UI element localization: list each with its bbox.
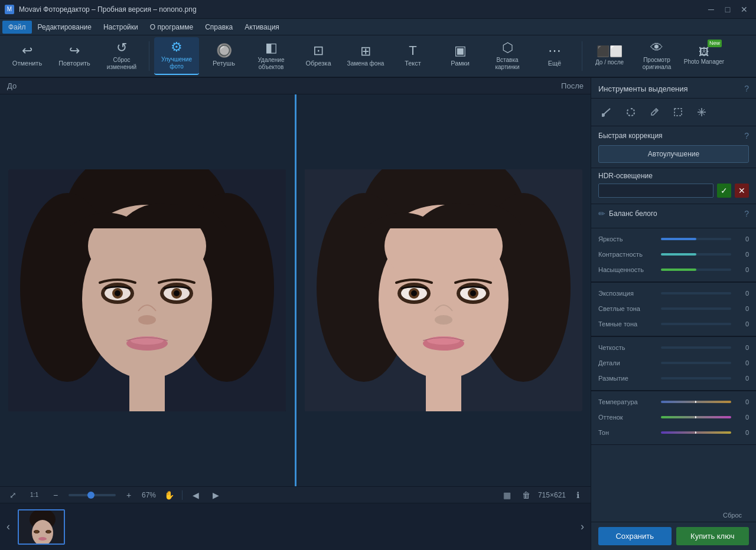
before-label: До bbox=[7, 81, 17, 90]
enhance-button[interactable]: ⚙ Улучшение фото bbox=[154, 37, 199, 75]
tone-track[interactable] bbox=[661, 431, 731, 434]
menubar: Файл Редактирование Настройки О программ… bbox=[0, 19, 756, 35]
saturation-slider-row: Насыщенность 0 bbox=[598, 263, 749, 277]
wb-help[interactable]: ? bbox=[744, 209, 749, 218]
brightness-track[interactable] bbox=[661, 238, 731, 240]
redo-button[interactable]: ↪ Повторить bbox=[52, 37, 97, 75]
temperature-track[interactable] bbox=[661, 401, 731, 403]
tint-value: 0 bbox=[735, 414, 749, 421]
app: M Movavi Фоторедактор – Пробная версия –… bbox=[0, 0, 756, 550]
frames-button[interactable]: ▣ Рамки bbox=[438, 37, 483, 75]
preview-button[interactable]: 👁 Просмотр оригинала bbox=[634, 37, 679, 75]
details-track[interactable] bbox=[661, 362, 731, 364]
delete-button[interactable]: 🗑 bbox=[519, 488, 533, 502]
contrast-label: Контрастность bbox=[598, 251, 657, 258]
menu-about[interactable]: О программе bbox=[144, 21, 199, 34]
details-value: 0 bbox=[735, 359, 749, 366]
prev-image-button[interactable]: ◀ bbox=[188, 488, 203, 502]
exposure-track[interactable] bbox=[661, 292, 731, 294]
eyedropper-tool[interactable] bbox=[644, 103, 664, 121]
detail-sliders-section: Четкость 0 Детали 0 Размытие bbox=[591, 336, 756, 391]
undo-button[interactable]: ↩ Отменить bbox=[5, 37, 50, 75]
highlights-track[interactable] bbox=[661, 307, 731, 310]
exposure-sliders-section: Экспозиция 0 Светлые тона 0 Темные тона bbox=[591, 282, 756, 336]
replace-bg-button[interactable]: ⊞ Замена фона bbox=[343, 37, 388, 75]
shadows-track[interactable] bbox=[661, 323, 731, 325]
close-button[interactable]: ✕ bbox=[737, 4, 751, 15]
hand-tool-button[interactable]: ✋ bbox=[162, 488, 176, 502]
thumb-next-button[interactable]: › bbox=[576, 509, 588, 545]
enhance-icon: ⚙ bbox=[171, 41, 183, 54]
menu-edit[interactable]: Редактирование bbox=[32, 21, 97, 34]
brightness-slider-row: Яркость 0 bbox=[598, 232, 749, 246]
fullscreen-button[interactable]: ⤢ bbox=[6, 488, 20, 502]
sharpness-track[interactable] bbox=[661, 346, 731, 349]
before-after-icon: ⬛⬜ bbox=[597, 46, 623, 57]
reset-button[interactable]: ↺ Сброс изменений bbox=[99, 37, 144, 75]
before-after-divider[interactable] bbox=[295, 94, 296, 486]
svg-point-13 bbox=[174, 290, 180, 296]
zoom-in-button[interactable]: + bbox=[122, 488, 136, 502]
thumb-prev-button[interactable]: ‹ bbox=[2, 509, 14, 545]
tint-track[interactable] bbox=[661, 416, 731, 418]
brush-tool[interactable] bbox=[597, 103, 617, 121]
toolbar-separator-1 bbox=[149, 41, 149, 71]
hdr-ok-button[interactable]: ✓ bbox=[717, 184, 731, 198]
after-image-display bbox=[305, 169, 582, 411]
info-button[interactable]: ℹ bbox=[571, 488, 585, 502]
menu-help[interactable]: Справка bbox=[199, 21, 239, 34]
buy-key-button[interactable]: Купить ключ bbox=[676, 527, 750, 545]
retouch-button[interactable]: 🔘 Ретушь bbox=[201, 37, 246, 75]
magic-wand-tool[interactable] bbox=[692, 103, 712, 121]
gallery-view-button[interactable]: ▦ bbox=[500, 488, 514, 502]
menu-activate[interactable]: Активация bbox=[239, 21, 285, 34]
actual-size-button[interactable]: 1:1 bbox=[26, 488, 43, 502]
auto-enhance-button[interactable]: Автоулучшение bbox=[598, 145, 749, 163]
minimize-button[interactable]: ─ bbox=[704, 4, 718, 15]
selection-help-icon[interactable]: ? bbox=[744, 84, 749, 93]
thumbnail-image-1 bbox=[19, 510, 64, 544]
reset-icon: ↺ bbox=[116, 41, 127, 54]
before-after-button[interactable]: ⬛⬜ До / после bbox=[587, 37, 632, 75]
lasso-tool[interactable] bbox=[621, 103, 641, 121]
svg-point-42 bbox=[47, 530, 50, 533]
titlebar-title: Movavi Фоторедактор – Пробная версия – n… bbox=[19, 5, 197, 14]
text-button[interactable]: T Текст bbox=[390, 37, 435, 75]
insert-button[interactable]: ⬡ Вставка картинки bbox=[485, 37, 530, 75]
statusbar: ⤢ 1:1 − + 67% ✋ ◀ ▶ ▦ 🗑 715×621 ℹ bbox=[0, 486, 591, 503]
zoom-out-button[interactable]: − bbox=[48, 488, 63, 502]
hdr-input-row: ✓ ✕ bbox=[598, 184, 749, 198]
remove-objects-button[interactable]: ◧ Удаление объектов bbox=[249, 37, 294, 75]
shadows-value: 0 bbox=[735, 320, 749, 328]
maximize-button[interactable]: □ bbox=[721, 4, 735, 15]
more-button[interactable]: ⋯ Ещё bbox=[532, 37, 577, 75]
blur-track[interactable] bbox=[661, 377, 731, 379]
svg-point-32 bbox=[435, 315, 452, 325]
next-image-button[interactable]: ▶ bbox=[208, 488, 223, 502]
hdr-input[interactable] bbox=[598, 184, 713, 198]
thumbnail-1[interactable] bbox=[18, 509, 65, 545]
wb-icon: ✏ bbox=[598, 209, 605, 218]
hdr-cancel-button[interactable]: ✕ bbox=[735, 184, 749, 198]
selection-tools-bar bbox=[591, 99, 756, 126]
svg-point-30 bbox=[411, 290, 417, 296]
selection-tools-title: Инструменты выделения bbox=[598, 84, 688, 93]
quick-correction-help[interactable]: ? bbox=[744, 131, 749, 140]
menu-settings[interactable]: Настройки bbox=[97, 21, 144, 34]
rect-select-tool[interactable] bbox=[668, 103, 688, 121]
contrast-track[interactable] bbox=[661, 253, 731, 256]
svg-point-41 bbox=[35, 530, 38, 533]
more-icon: ⋯ bbox=[548, 44, 561, 57]
photo-manager-button[interactable]: New 🖼 Photo Manager bbox=[682, 37, 726, 75]
frames-icon: ▣ bbox=[454, 44, 467, 57]
menu-file[interactable]: Файл bbox=[2, 21, 32, 34]
saturation-track[interactable] bbox=[661, 269, 731, 271]
highlights-value: 0 bbox=[735, 305, 749, 312]
panel-header: Инструменты выделения ? bbox=[591, 78, 756, 99]
white-balance-section: ✏ Баланс белого ? bbox=[591, 204, 756, 228]
zoom-slider[interactable] bbox=[69, 494, 116, 496]
photo-manager-icon: 🖼 bbox=[699, 47, 709, 57]
crop-button[interactable]: ⊡ Обрезка bbox=[296, 37, 341, 75]
save-button[interactable]: Сохранить bbox=[598, 527, 672, 545]
basic-sliders-section: Яркость 0 Контрастность 0 Насыщенность bbox=[591, 228, 756, 282]
